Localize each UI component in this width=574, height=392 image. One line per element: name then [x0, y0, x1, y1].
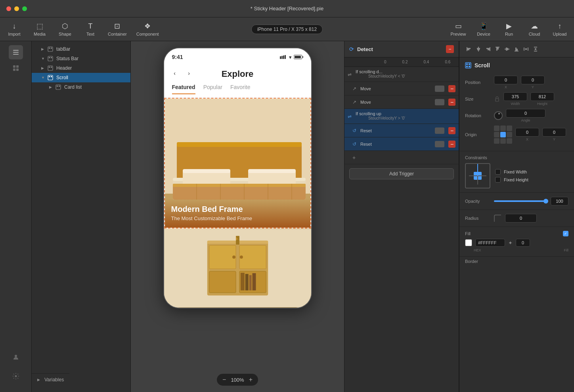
align-center-v[interactable]	[503, 45, 511, 53]
cloud-button[interactable]: ☁ Cloud	[526, 22, 542, 36]
origin-grid[interactable]	[494, 126, 512, 144]
device-badge[interactable]: iPhone 11 Pro / X 375 x 812	[251, 25, 323, 34]
fill-enabled-checkbox[interactable]: ✓	[563, 231, 568, 236]
canvas-area[interactable]: 9:41 ▾	[131, 41, 344, 392]
origin-y-input[interactable]	[542, 128, 566, 137]
opacity-value[interactable]	[551, 197, 568, 206]
detect-minus[interactable]: −	[446, 45, 454, 53]
layer-item-header[interactable]: ▶ Header	[32, 63, 130, 73]
origin-ml[interactable]	[494, 132, 499, 137]
eyedropper-icon[interactable]: ✦	[508, 240, 513, 246]
svg-rect-57	[240, 273, 244, 291]
origin-tr[interactable]	[507, 126, 512, 131]
origin-tc[interactable]	[500, 126, 506, 131]
container-icon: ⊡	[114, 22, 120, 30]
layer-expand-cardlist[interactable]: ▶	[49, 85, 54, 89]
origin-mc[interactable]	[500, 132, 506, 137]
layer-expand-tabbar[interactable]: ▶	[41, 47, 46, 51]
origin-tl[interactable]	[494, 126, 499, 131]
origin-br[interactable]	[507, 138, 512, 144]
fixed-width-option[interactable]: Fixed Width	[495, 169, 528, 175]
origin-bl[interactable]	[494, 138, 499, 144]
reset2-remove[interactable]: −	[448, 141, 455, 148]
minimize-button[interactable]	[14, 6, 19, 11]
preview-button[interactable]: ▭ Preview	[450, 22, 466, 36]
layers-panel-icon[interactable]	[9, 45, 23, 59]
radius-value[interactable]	[505, 214, 537, 223]
svg-rect-5	[13, 69, 15, 71]
distribute-v[interactable]	[532, 45, 540, 53]
user-icon[interactable]	[9, 350, 23, 364]
layer-item-tabbar[interactable]: ▶ tabBar	[32, 44, 130, 54]
upload-button[interactable]: ↑ Upload	[552, 22, 568, 36]
nav-forward-arrow[interactable]: ›	[183, 67, 195, 79]
trigger-row-plus[interactable]: +	[344, 151, 459, 164]
layer-item-cardlist[interactable]: ▶ Card list	[32, 82, 130, 92]
rotation-angle-label: Angle	[521, 118, 530, 122]
position-x-input[interactable]	[494, 76, 518, 84]
size-width-input[interactable]	[503, 92, 527, 101]
origin-x-input[interactable]	[515, 128, 539, 137]
trigger-row-move2[interactable]: ↗ Move −	[344, 95, 459, 109]
align-center-h[interactable]	[475, 45, 482, 53]
svg-rect-14	[51, 57, 52, 58]
size-height-input[interactable]	[530, 92, 554, 101]
device-button[interactable]: 📱 Device	[476, 22, 492, 36]
svg-point-7	[15, 355, 17, 357]
align-top-edges[interactable]	[494, 45, 501, 53]
rotation-angle-input[interactable]	[506, 109, 545, 118]
component-button[interactable]: ❖ Component	[136, 22, 159, 36]
fill-opacity-input[interactable]	[516, 239, 530, 247]
align-left-edges[interactable]	[465, 45, 473, 53]
trigger-header: ⟳ Detect −	[344, 41, 459, 57]
position-y-input[interactable]	[521, 76, 545, 84]
phone-card-1: Modern Bed Frame The Most Customizable B…	[164, 98, 311, 228]
tab-popular[interactable]: Popular	[203, 84, 222, 94]
origin-mr[interactable]	[507, 132, 512, 137]
maximize-button[interactable]	[22, 6, 27, 11]
fixed-height-checkbox[interactable]	[495, 177, 501, 183]
import-button[interactable]: ↓ Import	[6, 22, 22, 36]
align-bottom-edges[interactable]	[513, 45, 520, 53]
run-button[interactable]: ▶ Run	[501, 22, 517, 36]
fill-hex-input[interactable]	[475, 239, 505, 247]
align-right-edges[interactable]	[484, 45, 492, 53]
fixed-height-option[interactable]: Fixed Height	[495, 177, 528, 183]
distribute-h[interactable]	[522, 45, 530, 53]
fill-color-swatch[interactable]	[465, 239, 472, 246]
origin-bc[interactable]	[500, 138, 506, 144]
layer-expand-header[interactable]: ▶	[41, 66, 46, 70]
variables-item[interactable]: ▶ Variables	[32, 373, 69, 386]
layer-item-scroll[interactable]: ▼ Scroll	[32, 73, 130, 82]
layer-item-statusbar[interactable]: ▼ Status Bar	[32, 54, 130, 63]
move1-remove[interactable]: −	[448, 85, 455, 92]
trigger-row-scrollup[interactable]: ⇌ If scrolling up StouchVelocityY > '0'	[344, 109, 459, 124]
components-panel-icon[interactable]	[9, 61, 23, 75]
zoom-in-button[interactable]: +	[249, 376, 253, 383]
fixed-width-checkbox[interactable]	[495, 169, 501, 175]
opacity-slider[interactable]	[494, 200, 547, 202]
opacity-label: Opacity	[465, 199, 491, 204]
trigger-row-reset2[interactable]: ↺ Reset −	[344, 137, 459, 151]
container-button[interactable]: ⊡ Container	[108, 22, 127, 36]
add-trigger-button[interactable]: Add Trigger	[349, 168, 454, 179]
close-button[interactable]	[6, 6, 11, 11]
shape-button[interactable]: ⬡ Shape	[57, 22, 73, 36]
lock-icon[interactable]	[494, 96, 500, 102]
rotation-wheel[interactable]	[494, 111, 503, 120]
move2-remove[interactable]: −	[448, 99, 455, 106]
trigger-row-move1[interactable]: ↗ Move −	[344, 82, 459, 95]
trigger-row-reset1[interactable]: ↺ Reset −	[344, 124, 459, 137]
variables-section[interactable]: ▶ Variables	[32, 373, 69, 386]
media-button[interactable]: ⬚ Media	[32, 22, 48, 36]
layer-expand-statusbar[interactable]: ▼	[41, 57, 46, 61]
tab-featured[interactable]: Featured	[172, 84, 195, 94]
nav-back-arrow[interactable]: ‹	[169, 67, 181, 79]
layer-expand-scroll[interactable]: ▼	[41, 76, 46, 80]
trigger-row-scrolldown[interactable]: ⇌ If scrolling d... StouchVelocityY < '0…	[344, 67, 459, 82]
zoom-out-button[interactable]: −	[222, 376, 226, 383]
tab-favorite[interactable]: Favorite	[230, 84, 251, 94]
text-button[interactable]: T Text	[82, 22, 98, 36]
settings-icon[interactable]	[9, 369, 23, 383]
reset1-remove[interactable]: −	[448, 127, 455, 134]
